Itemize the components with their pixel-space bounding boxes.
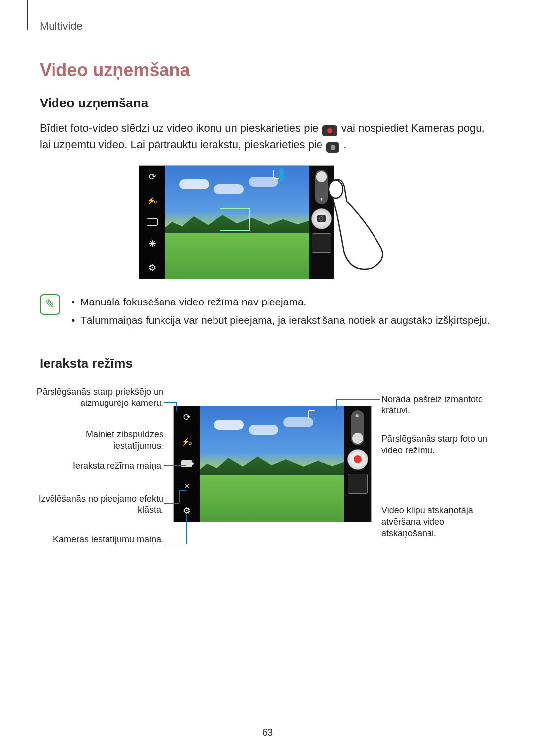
effects-icon (146, 238, 158, 250)
screenshot-touch-slider: ▣ ■ (139, 165, 396, 279)
mode-toggle-2: ▣ ■ (351, 410, 364, 445)
hand-illustration (317, 174, 391, 273)
left-toolbar-2 (174, 406, 200, 522)
callout-effects: Izvēlēšanās no pieejamo efektu klāsta. (35, 493, 163, 516)
record-button (347, 449, 368, 470)
right-toolbar-2: ▣ ■ (344, 406, 371, 522)
note-icon: ✎ (40, 294, 60, 315)
camera-ui-2: ▣ ■ (173, 406, 372, 522)
record-mode-icon (181, 460, 192, 467)
callout-flash: Mainiet zibspuldzes iestatījumus. (35, 429, 163, 452)
record-icon (322, 125, 337, 136)
record-dot-icon (354, 455, 362, 463)
photo-glyph-icon: ▣ (355, 413, 360, 418)
note-item: Tālummaiņas funkcija var nebūt pieejama,… (69, 312, 490, 328)
svg-point-0 (329, 180, 343, 198)
note-list: Manuālā fokusēšana video režīmā nav piee… (69, 294, 490, 331)
callout-player: Video klipu atskaņotāja atvēršana video … (381, 505, 490, 540)
settings-icon (146, 262, 158, 274)
intro-paragraph: Bīdiet foto-video slēdzi uz video ikonu … (40, 120, 495, 153)
note-block: ✎ Manuālā fokusēšana video režīmā nav pi… (40, 294, 495, 331)
slide-arrow-icon (278, 168, 285, 183)
margin-rule (27, 0, 28, 30)
callout-settings: Kameras iestatījumu maiņa. (35, 534, 163, 545)
callout-rec-mode: Ieraksta režīma maiņa. (35, 460, 163, 472)
toggle-knob (352, 433, 363, 444)
left-toolbar (139, 166, 165, 279)
focus-indicator (220, 208, 250, 231)
viewfinder-2 (200, 406, 344, 522)
page-title: Video uzņemšana (40, 60, 495, 81)
camera-ui-1: ▣ ■ (139, 165, 334, 279)
callout-switch-cam: Pārslēgšanās starp priekšējo un aizmugur… (35, 386, 163, 409)
flash-icon (181, 436, 193, 448)
callout-storage: Norāda pašreiz izmantoto krātuvi. (381, 394, 490, 417)
mode-icon (147, 218, 158, 226)
breadcrumb: Multivide (40, 20, 495, 33)
stop-icon (326, 142, 339, 153)
section-heading-mode: Ieraksta režīms (40, 356, 495, 371)
intro-end: . (343, 138, 346, 151)
callout-toggle: Pārslēgšanās starp foto un video režīmu. (381, 433, 490, 456)
flash-icon (146, 195, 158, 206)
note-item: Manuālā fokusēšana video režīmā nav piee… (69, 294, 490, 310)
record-mode-diagram: ▣ ■ Pārslēgšanās starp priekšējo un aizm… (35, 386, 490, 569)
intro-pre: Bīdiet foto-video slēdzi uz video ikonu … (40, 122, 321, 134)
viewfinder (165, 166, 309, 279)
switch-camera-icon (146, 171, 158, 183)
section-heading-recording: Video uzņemšana (40, 96, 495, 111)
switch-camera-icon (181, 411, 193, 423)
gallery-thumbnail (348, 474, 368, 494)
storage-icon (308, 410, 315, 419)
page-number: 63 (0, 727, 535, 738)
